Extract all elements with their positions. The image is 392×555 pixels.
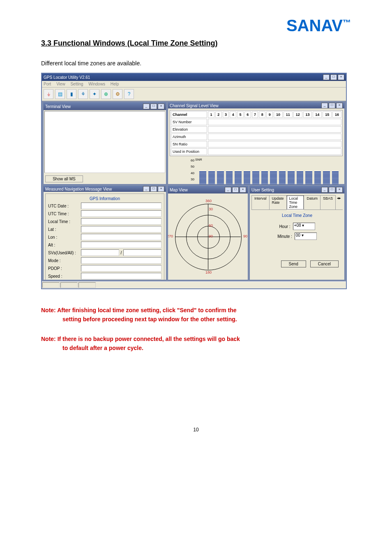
row-svnumber: SV Number — [171, 119, 207, 125]
tab-local-time-zone[interactable]: Local Time Zone — [286, 195, 304, 210]
tab-interval[interactable]: Interval — [251, 195, 270, 210]
row-azimuth: Azimuth — [171, 134, 207, 140]
tab-datum[interactable]: Datum — [304, 195, 321, 210]
send-button[interactable]: Send — [281, 260, 306, 267]
maximize-icon[interactable]: □ — [232, 187, 239, 193]
minimize-icon[interactable]: _ — [321, 103, 328, 108]
nav-window: Measured Navigation Message View _ □ × G… — [43, 186, 166, 280]
tab-scroll-icon[interactable]: ◂▸ — [335, 195, 343, 210]
panel-heading: Local Time Zone — [251, 213, 343, 218]
show-all-button[interactable]: Show all MS — [45, 175, 83, 182]
close-icon[interactable]: × — [158, 186, 164, 192]
section-heading: 3.3 Functional Windows (Local Time Zone … — [41, 39, 351, 48]
close-icon[interactable]: × — [240, 187, 246, 193]
minimize-icon[interactable]: _ — [321, 187, 328, 193]
utc-time-field — [81, 210, 161, 217]
close-icon[interactable]: × — [158, 104, 164, 109]
terminal-window: Terminal View _ □ × Show all MS — [43, 102, 166, 184]
close-icon[interactable]: × — [336, 103, 343, 108]
page-number: 10 — [41, 427, 351, 433]
user-setting-title: User Setting — [251, 188, 274, 192]
app-screenshot: GPS Locator Utility V2.61 _ □ × Port Vie… — [41, 73, 347, 289]
row-snratio: SN Ratio — [171, 141, 207, 147]
minute-label: Minute : — [277, 234, 292, 239]
row-elevation: Elevation — [171, 126, 207, 133]
plug-icon[interactable]: ⏚ — [44, 89, 53, 99]
map-window: Map View _ □ × — [168, 186, 248, 280]
terminal-title: Terminal View — [45, 104, 71, 109]
pdop-field — [81, 265, 161, 272]
settings-icon[interactable]: ⚙ — [113, 89, 122, 99]
alt-field — [81, 242, 161, 248]
menu-port[interactable]: Port — [44, 82, 51, 86]
menu-help[interactable]: Help — [111, 82, 119, 86]
alt-label: Alt : — [48, 243, 81, 247]
utc-time-label: UTC Time : — [48, 212, 81, 216]
channel-title: Channel Signal Level View — [170, 104, 219, 108]
snr-chart: SNR 60 50 40 30 20 — [170, 159, 343, 184]
maximize-icon[interactable]: □ — [150, 104, 157, 109]
channel-window: Channel Signal Level View _ □ × Channel … — [168, 102, 345, 184]
speed-label: Speed : — [48, 274, 81, 279]
satellite-icon[interactable]: ⚘ — [78, 89, 88, 99]
svs-used-field — [81, 249, 119, 256]
intro-text: Different local time zones are available… — [41, 60, 351, 67]
mode-field — [81, 257, 161, 264]
nav-title: Measured Navigation Message View — [45, 187, 112, 191]
svs-label: SVs(Used/All) : — [48, 251, 81, 255]
minimize-icon[interactable]: _ — [143, 186, 150, 192]
minimize-icon[interactable]: _ — [323, 74, 330, 80]
svs-all-field — [123, 249, 161, 256]
menu-windows[interactable]: Windows — [88, 82, 105, 86]
app-title: GPS Locator Utility V2.61 — [44, 75, 90, 80]
hour-label: Hour : — [279, 224, 290, 229]
utc-date-field — [81, 203, 161, 209]
minute-select[interactable]: 00 ▾ — [295, 233, 317, 240]
menu-setting[interactable]: Setting — [70, 82, 83, 86]
minimize-icon[interactable]: _ — [143, 104, 150, 109]
minimize-icon[interactable]: _ — [225, 187, 231, 193]
help-icon[interactable]: ? — [124, 89, 134, 99]
lat-label: Lat : — [48, 227, 81, 232]
gps-info-header: GPS Information — [48, 196, 161, 201]
channel-col-header: Channel — [171, 111, 207, 118]
maximize-icon[interactable]: □ — [329, 103, 335, 108]
mode-label: Mode : — [48, 258, 81, 263]
hour-select[interactable]: +08 ▾ — [293, 223, 315, 230]
close-icon[interactable]: × — [336, 187, 343, 193]
user-setting-window: User Setting _ □ × Interval Update Rate … — [249, 186, 345, 280]
lon-field — [81, 234, 161, 240]
local-time-label: Local Time : — [48, 219, 81, 224]
maximize-icon[interactable]: □ — [330, 74, 337, 80]
utc-date-label: UTC Date : — [48, 204, 81, 208]
terminal-output — [44, 111, 165, 173]
globe-icon[interactable]: ⊕ — [101, 89, 111, 99]
gps-info-panel: GPS Information UTC Date : UTC Time : Lo… — [45, 193, 164, 280]
brand-logo: SANAV™ — [41, 16, 351, 35]
menu-view[interactable]: View — [56, 82, 65, 86]
toolbar: ⏚ ▤ ▮ ⚘ ✦ ⊕ ⚙ ? — [42, 88, 346, 101]
maximize-icon[interactable]: □ — [150, 186, 157, 192]
main-titlebar: GPS Locator Utility V2.61 _ □ × — [42, 74, 346, 81]
status-bar — [42, 281, 346, 288]
row-usedpos: Used in Position — [171, 148, 207, 155]
cancel-button[interactable]: Cancel — [310, 260, 339, 267]
compass-display: 360 90 180 270 30 60 90 — [175, 204, 241, 269]
lon-label: Lon : — [48, 235, 81, 240]
settings-tabs: Interval Update Rate Local Time Zone Dat… — [251, 195, 343, 210]
map-title: Map View — [170, 188, 188, 192]
tab-update-rate[interactable]: Update Rate — [269, 195, 287, 210]
chart-icon[interactable]: ▮ — [67, 89, 76, 99]
note-2: Note: If there is no backup power connec… — [41, 334, 351, 353]
close-icon[interactable]: × — [338, 74, 344, 80]
terminal-icon[interactable]: ▤ — [55, 89, 65, 99]
maximize-icon[interactable]: □ — [329, 187, 335, 193]
channel-table: Channel 12 34 56 78 910 1112 1314 1516 S… — [170, 110, 343, 156]
tab-sbas[interactable]: SBAS — [320, 195, 336, 210]
speed-field — [81, 273, 161, 279]
note-1: Note: After finishing local time zone se… — [41, 306, 351, 324]
pdop-label: PDOP : — [48, 266, 81, 271]
lat-field — [81, 226, 161, 233]
compass-icon[interactable]: ✦ — [90, 89, 99, 99]
menu-bar: Port View Setting Windows Help — [42, 81, 346, 88]
